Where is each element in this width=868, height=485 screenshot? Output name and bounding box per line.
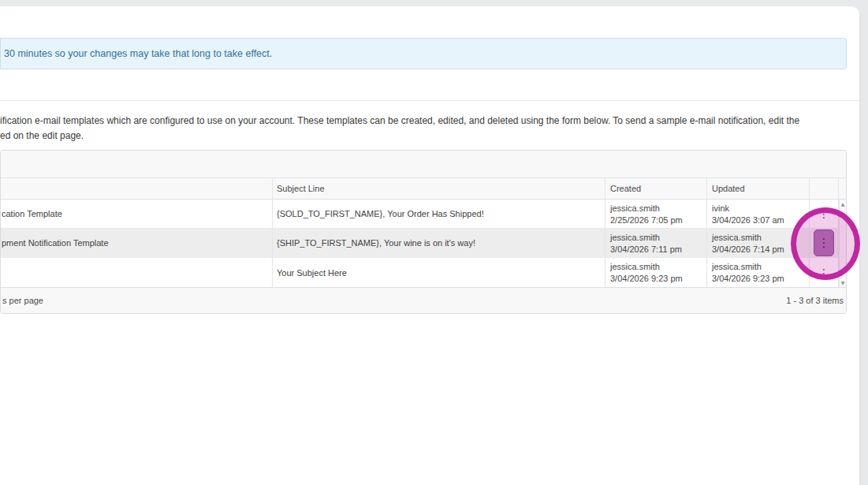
- grid-rows: cation Template {SOLD_TO_FIRST_NAME}, Yo…: [1, 200, 839, 287]
- created-by: jessica.smith: [610, 203, 660, 214]
- vertical-scrollbar[interactable]: ▲ ▼: [839, 200, 846, 287]
- updated-by: jessica.smith: [712, 261, 762, 272]
- cell-updated: ivink 3/04/2026 3:07 am: [707, 200, 810, 228]
- items-per-page-label: s per page: [2, 296, 43, 305]
- cell-created: jessica.smith 3/04/2026 9:23 pm: [605, 258, 707, 287]
- cell-actions: ⋮: [810, 258, 839, 287]
- table-row[interactable]: pment Notification Template {SHIP_TO_FIR…: [1, 229, 839, 258]
- updated-date: 3/04/2026 3:07 am: [712, 215, 784, 226]
- created-date: 3/04/2026 7:11 pm: [610, 244, 682, 255]
- scroll-up-arrow-icon[interactable]: ▲: [841, 201, 845, 207]
- column-header-name[interactable]: [1, 178, 273, 199]
- cell-subject-line: Your Subject Here: [273, 258, 605, 287]
- grid-toolbar: [1, 151, 846, 178]
- info-alert-text: 30 minutes so your changes may take that…: [4, 48, 272, 59]
- grid-body: cation Template {SOLD_TO_FIRST_NAME}, Yo…: [1, 200, 846, 287]
- created-date: 3/04/2026 9:23 pm: [610, 273, 683, 284]
- kebab-menu-icon: ⋮: [818, 267, 829, 279]
- cell-template-name: pment Notification Template: [1, 229, 273, 257]
- updated-by: jessica.smith: [712, 232, 762, 243]
- grid-pager: s per page 1 - 3 of 3 items: [1, 287, 846, 313]
- content-card: 30 minutes so your changes may take that…: [0, 6, 859, 485]
- created-by: jessica.smith: [610, 232, 660, 243]
- created-date: 2/25/2026 7:05 pm: [610, 215, 683, 226]
- row-actions-menu-button[interactable]: ⋮: [815, 204, 833, 223]
- pager-items-info: 1 - 3 of 3 items: [786, 296, 844, 305]
- description-line-2: ed on the edit page.: [0, 129, 847, 144]
- info-alert: 30 minutes so your changes may take that…: [0, 38, 847, 69]
- cell-created: jessica.smith 2/25/2026 7:05 pm: [605, 200, 707, 228]
- column-header-created[interactable]: Created: [605, 178, 707, 199]
- updated-date: 3/04/2026 9:23 pm: [712, 273, 784, 284]
- scrollbar-track[interactable]: [840, 207, 846, 280]
- cell-created: jessica.smith 3/04/2026 7:11 pm: [605, 229, 707, 257]
- cell-actions: ⋮: [810, 200, 839, 228]
- cell-subject-line: {SOLD_TO_FIRST_NAME}, Your Order Has Shi…: [273, 200, 605, 228]
- column-header-actions: [810, 178, 839, 199]
- cell-updated: jessica.smith 3/04/2026 9:23 pm: [707, 258, 810, 287]
- cell-actions: ⋮: [810, 229, 839, 257]
- page-description: ification e-mail templates which are con…: [0, 114, 847, 144]
- kebab-menu-icon: ⋮: [818, 236, 830, 250]
- row-actions-menu-button[interactable]: ⋮: [814, 229, 834, 256]
- updated-by: ivink: [712, 203, 729, 214]
- cell-subject-line: {SHIP_TO_FIRST_NAME}, Your wine is on it…: [273, 229, 605, 257]
- scroll-down-arrow-icon[interactable]: ▼: [841, 280, 845, 285]
- cell-template-name: [1, 258, 273, 287]
- section-divider: [0, 100, 859, 101]
- scrollbar-header-spacer: [839, 178, 846, 199]
- email-templates-grid: Subject Line Created Updated cation Temp…: [0, 150, 847, 314]
- grid-header-row: Subject Line Created Updated: [1, 178, 846, 200]
- kebab-menu-icon: ⋮: [818, 207, 829, 220]
- updated-date: 3/04/2026 7:14 pm: [712, 244, 784, 255]
- column-header-subject-line[interactable]: Subject Line: [273, 178, 605, 199]
- column-header-updated[interactable]: Updated: [707, 178, 810, 199]
- row-actions-menu-button[interactable]: ⋮: [815, 263, 833, 282]
- description-line-1: ification e-mail templates which are con…: [0, 114, 847, 129]
- created-by: jessica.smith: [610, 261, 660, 272]
- table-row[interactable]: cation Template {SOLD_TO_FIRST_NAME}, Yo…: [1, 200, 839, 229]
- cell-updated: jessica.smith 3/04/2026 7:14 pm: [707, 229, 810, 257]
- table-row[interactable]: Your Subject Here jessica.smith 3/04/202…: [1, 258, 839, 287]
- cell-template-name: cation Template: [1, 200, 273, 228]
